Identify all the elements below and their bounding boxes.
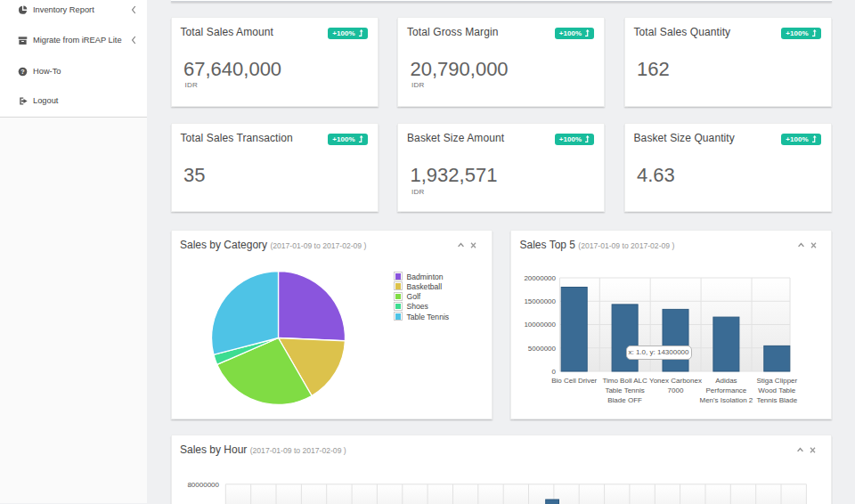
svg-text:15000000: 15000000 bbox=[524, 297, 556, 305]
svg-text:Timo Boll ALC: Timo Boll ALC bbox=[602, 377, 647, 385]
svg-text:Wood Table: Wood Table bbox=[758, 386, 796, 394]
svg-text:7000: 7000 bbox=[668, 386, 684, 394]
svg-text:0: 0 bbox=[552, 367, 557, 375]
svg-text:Bio Cell Driver: Bio Cell Driver bbox=[551, 377, 597, 385]
svg-text:Performance: Performance bbox=[706, 386, 747, 394]
svg-text:80000000: 80000000 bbox=[187, 481, 219, 489]
svg-text:20000000: 20000000 bbox=[524, 273, 556, 281]
svg-text:Men's Isolation 2: Men's Isolation 2 bbox=[700, 396, 753, 404]
svg-text:Adidas: Adidas bbox=[715, 377, 737, 385]
svg-text:Tennis Blade: Tennis Blade bbox=[756, 396, 797, 404]
svg-text:Stiga Clipper: Stiga Clipper bbox=[756, 377, 797, 385]
svg-text:Yonex Carbonex: Yonex Carbonex bbox=[649, 377, 702, 385]
svg-text:?: ? bbox=[20, 67, 24, 75]
svg-text:Blade OFF: Blade OFF bbox=[607, 396, 642, 404]
svg-text:Table Tennis: Table Tennis bbox=[605, 386, 644, 394]
svg-text:5000000: 5000000 bbox=[528, 344, 557, 352]
svg-text:10000000: 10000000 bbox=[524, 321, 556, 329]
